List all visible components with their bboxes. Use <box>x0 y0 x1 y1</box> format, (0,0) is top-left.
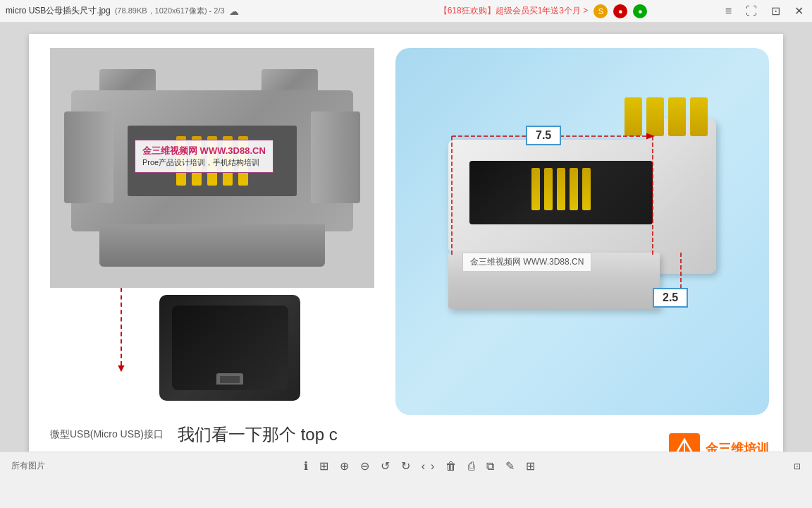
titlebar-right: ≡ ⛶ ⊡ ✕ <box>722 4 806 18</box>
menu-button[interactable]: ≡ <box>722 5 734 18</box>
green-icon[interactable]: ● <box>633 4 647 18</box>
diagram-container: 7.5 2.5 金三维视频网 WWW.3D88.CN <box>395 48 769 415</box>
pin3 <box>557 168 565 210</box>
file-info: (78.89KB，1020x617像素) - 2/3 <box>115 6 225 16</box>
file-title: micro USB公母插头尺寸.jpg <box>6 5 111 17</box>
more-tools-icon[interactable]: ✎ <box>505 459 515 473</box>
gold-tab1 <box>625 97 642 136</box>
logo-text: 金三维培训 <box>706 440 769 452</box>
images-row: 金三维视频网 WWW.3D88.CN Proe产品设计培训，手机结构培训 ▼ <box>43 48 769 415</box>
zoom-in-icon[interactable]: ⊕ <box>340 459 349 473</box>
ad-banner[interactable]: 【618狂欢购】超级会员买1年送3个月 > <box>439 5 589 17</box>
main-watermark: 金三维视频网 WWW.3D88.CN Proe产品设计培训，手机结构培训 <box>135 140 273 173</box>
3d-inner-dark <box>469 161 653 224</box>
toolbar-all-images[interactable]: 所有图片 <box>11 460 45 472</box>
usb-adapter-body <box>172 306 288 390</box>
3d-right-piece <box>653 119 716 274</box>
nav-prev-button[interactable]: ‹ <box>422 460 425 473</box>
titlebar-center: 【618狂欢购】超级会员买1年送3个月 > S ● ● <box>364 4 722 18</box>
pin5 <box>582 168 591 210</box>
bottom-toolbar: 所有图片 ℹ ⊞ ⊕ ⊖ ↺ ↻ ‹ › 🗑 ⎙ ⧉ <box>0 452 812 480</box>
titlebar-left: micro USB公母插头尺寸.jpg (78.89KB，1020x617像素)… <box>6 5 364 17</box>
upload-icon[interactable]: ☁ <box>229 6 239 17</box>
print-icon[interactable]: ⎙ <box>468 460 475 473</box>
pin4 <box>570 168 578 210</box>
usb-adapter-photo <box>159 295 300 401</box>
right-col: 7.5 2.5 金三维视频网 WWW.3D88.CN <box>395 48 769 415</box>
rotate-left-icon[interactable]: ↺ <box>381 459 390 473</box>
fullscreen-button[interactable]: ⛶ <box>743 5 760 18</box>
watermark-line1: 金三维视频网 WWW.3D88.CN <box>142 145 266 157</box>
viewer: 金三维视频网 WWW.3D88.CN Proe产品设计培训，手机结构培训 ▼ <box>0 23 812 452</box>
watermark-line2: Proe产品设计培训，手机结构培训 <box>142 157 266 168</box>
diagram-watermark: 金三维视频网 WWW.3D88.CN <box>462 253 591 272</box>
gold-tab4 <box>690 97 708 136</box>
measure-7-5: 7.5 <box>526 126 561 145</box>
toolbar-center: ℹ ⊞ ⊕ ⊖ ↺ ↻ ‹ › 🗑 ⎙ ⧉ ✎ ⊞ <box>304 459 536 473</box>
toolbar-nav: ‹ › <box>422 460 435 473</box>
nav-next-button[interactable]: › <box>431 460 434 473</box>
titlebar-icons: S ● ● <box>593 4 647 18</box>
pin2 <box>544 168 553 210</box>
logo-icon <box>669 433 700 452</box>
gold-tab2 <box>646 97 664 136</box>
rotate-right-icon[interactable]: ↻ <box>401 459 410 473</box>
vip-icon[interactable]: ● <box>613 4 627 18</box>
dashed-line <box>121 288 122 365</box>
3d-diagram: 7.5 2.5 金三维视频网 WWW.3D88.CN <box>434 83 730 380</box>
3d-pins <box>469 161 653 217</box>
logo-svg <box>674 438 695 452</box>
left-col: 金三维视频网 WWW.3D88.CN Proe产品设计培训，手机结构培训 ▼ <box>43 48 381 401</box>
delete-icon[interactable]: 🗑 <box>445 460 457 473</box>
copy-icon[interactable]: ⧉ <box>486 460 494 473</box>
titlebar: micro USB公母插头尺寸.jpg (78.89KB，1020x617像素)… <box>0 0 812 23</box>
pin1 <box>531 168 540 210</box>
grid-icon[interactable]: ⊞ <box>319 459 328 473</box>
main-area: 金三维视频网 WWW.3D88.CN Proe产品设计培训，手机结构培训 ▼ <box>0 23 812 480</box>
connector-photo: 金三维视频网 WWW.3D88.CN Proe产品设计培训，手机结构培训 <box>50 48 374 288</box>
caption-main: 我们看一下那个 top c <box>178 423 338 446</box>
info-icon[interactable]: ℹ <box>304 459 308 473</box>
page-content: 金三维视频网 WWW.3D88.CN Proe产品设计培训，手机结构培训 ▼ <box>29 34 783 452</box>
logo-area: 金三维培训 <box>669 433 769 452</box>
usb-port-inner <box>220 376 240 383</box>
caption-left: 微型USB(Micro USB)接口 <box>50 428 164 441</box>
3d-gold-tabs <box>625 97 708 136</box>
toolbar-right-icon[interactable]: ⊡ <box>794 461 801 471</box>
gold-icon[interactable]: S <box>593 4 608 18</box>
thumbnails-icon[interactable]: ⊞ <box>526 459 535 473</box>
photo-with-arrow: 金三维视频网 WWW.3D88.CN Proe产品设计培训，手机结构培训 ▼ <box>50 48 374 401</box>
pin-button[interactable]: ⊡ <box>768 4 783 18</box>
zoom-out-icon[interactable]: ⊖ <box>360 459 369 473</box>
close-button[interactable]: ✕ <box>792 4 806 18</box>
small-photo-area <box>50 288 374 401</box>
caption-row: 微型USB(Micro USB)接口 我们看一下那个 top c <box>43 423 769 446</box>
measure-2-5: 2.5 <box>653 288 688 308</box>
gold-tab3 <box>668 97 686 136</box>
